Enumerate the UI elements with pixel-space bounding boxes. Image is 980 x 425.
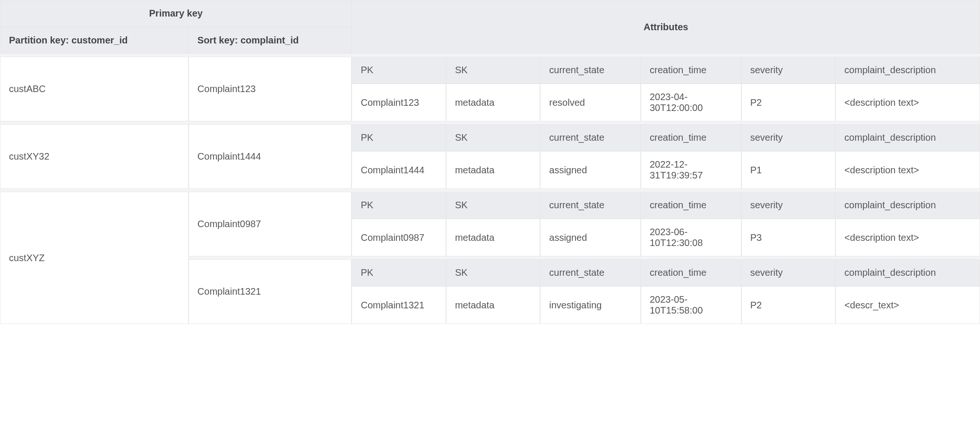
- primary-key-header: Primary key: [0, 0, 352, 27]
- attr-label-creation-time: creation_time: [641, 259, 741, 286]
- attr-label-sk: SK: [446, 57, 540, 84]
- cell-complaint-description: <description text>: [835, 84, 980, 121]
- attr-label-current-state: current_state: [540, 57, 641, 84]
- attr-label-sk: SK: [446, 259, 540, 286]
- cell-current-state: investigating: [540, 286, 641, 324]
- cell-pk: Complaint1321: [352, 286, 446, 324]
- cell-customer-id: custABC: [0, 57, 189, 121]
- cell-complaint-description: <description text>: [835, 151, 980, 189]
- attr-label-complaint-description: complaint_description: [835, 124, 980, 151]
- cell-creation-time: 2023-04-30T12:00:00: [641, 84, 741, 121]
- attr-label-sk: SK: [446, 192, 540, 219]
- cell-customer-id: custXY32: [0, 124, 189, 189]
- cell-complaint-id: Complaint1321: [189, 259, 352, 324]
- attr-label-sk: SK: [446, 124, 540, 151]
- attr-label-current-state: current_state: [540, 192, 641, 219]
- cell-creation-time: 2023-05-10T15:58:00: [641, 286, 741, 324]
- sort-key-header: Sort key: complaint_id: [189, 27, 352, 54]
- cell-pk: Complaint123: [352, 84, 446, 121]
- table-row: custABC Complaint123 PK SK current_state…: [0, 57, 980, 84]
- cell-complaint-description: <descr_text>: [835, 286, 980, 324]
- cell-current-state: assigned: [540, 151, 641, 189]
- cell-current-state: resolved: [540, 84, 641, 121]
- attr-label-complaint-description: complaint_description: [835, 57, 980, 84]
- dynamodb-table: Primary key Attributes Partition key: cu…: [0, 0, 980, 324]
- attr-label-current-state: current_state: [540, 124, 641, 151]
- cell-complaint-description: <description text>: [835, 219, 980, 256]
- attr-label-complaint-description: complaint_description: [835, 259, 980, 286]
- attr-label-creation-time: creation_time: [641, 124, 741, 151]
- attr-label-pk: PK: [352, 57, 446, 84]
- cell-pk: Complaint0987: [352, 219, 446, 256]
- cell-customer-id: custXYZ: [0, 192, 189, 324]
- cell-severity: P1: [741, 151, 835, 189]
- cell-creation-time: 2022-12-31T19:39:57: [641, 151, 741, 189]
- cell-complaint-id: Complaint1444: [189, 124, 352, 189]
- cell-severity: P2: [741, 84, 835, 121]
- attr-label-severity: severity: [741, 124, 835, 151]
- attr-label-pk: PK: [352, 259, 446, 286]
- cell-complaint-id: Complaint0987: [189, 192, 352, 256]
- cell-severity: P2: [741, 286, 835, 324]
- attr-label-creation-time: creation_time: [641, 192, 741, 219]
- cell-sk: metadata: [446, 286, 540, 324]
- attr-label-severity: severity: [741, 192, 835, 219]
- cell-sk: metadata: [446, 151, 540, 189]
- cell-sk: metadata: [446, 84, 540, 121]
- attr-label-current-state: current_state: [540, 259, 641, 286]
- attr-label-complaint-description: complaint_description: [835, 192, 980, 219]
- partition-key-header: Partition key: customer_id: [0, 27, 189, 54]
- attr-label-pk: PK: [352, 192, 446, 219]
- cell-sk: metadata: [446, 219, 540, 256]
- cell-current-state: assigned: [540, 219, 641, 256]
- cell-creation-time: 2023-06-10T12:30:08: [641, 219, 741, 256]
- table-row: custXYZ Complaint0987 PK SK current_stat…: [0, 192, 980, 219]
- attr-label-pk: PK: [352, 124, 446, 151]
- table-row: custXY32 Complaint1444 PK SK current_sta…: [0, 124, 980, 151]
- attr-label-severity: severity: [741, 259, 835, 286]
- attributes-header: Attributes: [352, 0, 980, 54]
- cell-complaint-id: Complaint123: [189, 57, 352, 121]
- cell-severity: P3: [741, 219, 835, 256]
- attr-label-creation-time: creation_time: [641, 57, 741, 84]
- cell-pk: Complaint1444: [352, 151, 446, 189]
- attr-label-severity: severity: [741, 57, 835, 84]
